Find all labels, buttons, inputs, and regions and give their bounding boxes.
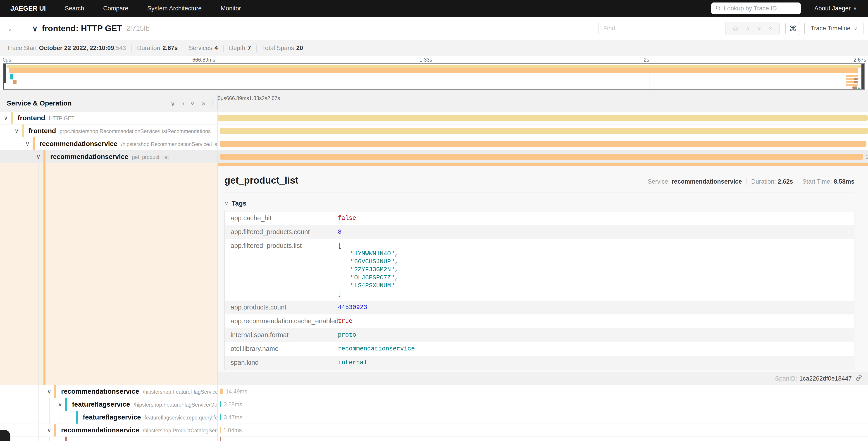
summary-value-fraction: .543 [114, 45, 126, 52]
keyboard-shortcuts-button[interactable]: ⌘ [785, 22, 800, 35]
ruler-tick: 0μs [218, 95, 226, 101]
span-row-name-cell[interactable] [0, 437, 218, 441]
nav-item-monitor[interactable]: Monitor [221, 5, 241, 12]
tag-row[interactable]: app.filtered_products.list["1YMWWN1N4O",… [225, 239, 854, 301]
tag-row[interactable]: app.products.count44530923 [225, 301, 854, 315]
expand-all-icon[interactable]: » [202, 99, 206, 107]
tag-row[interactable]: otel.library.namerecommendationservice [225, 342, 854, 356]
tag-row[interactable]: app.cache_hitfalse [225, 211, 854, 225]
column-resize-handle[interactable]: ‖ [211, 100, 214, 107]
minimap-span-bar [854, 78, 857, 80]
span-duration-bar[interactable] [220, 414, 221, 420]
expand-one-icon[interactable]: › [182, 99, 184, 107]
span-duration-label: 1.04ms [223, 427, 242, 434]
duration-label: Duration: [751, 178, 776, 185]
chevron-down-icon[interactable]: ∨ [36, 153, 40, 160]
back-button[interactable]: ← [0, 17, 24, 40]
span-row-timeline-cell[interactable] [218, 437, 868, 441]
about-jaeger-menu[interactable]: About Jaeger ∨ [814, 5, 857, 12]
span-operation-name: /hipstershop.RecommendationService/Lis..… [121, 141, 218, 147]
span-row-name-cell[interactable]: ∨recommendationservice/hipstershop.Produ… [0, 424, 218, 437]
nav-item-compare[interactable]: Compare [103, 5, 128, 12]
span-id-strip: SpanID: 1ca2262df0e18447 [218, 373, 868, 385]
focus-match-icon[interactable]: ◎ [733, 25, 738, 32]
span-row-name-cell[interactable]: ∨frontendgrpc.hipstershop.Recommendation… [0, 124, 218, 137]
span-duration-bar[interactable] [220, 154, 863, 159]
span-row-timeline-cell[interactable]: 3.47ms [218, 411, 868, 423]
prev-match-icon[interactable]: ∧ [745, 25, 750, 32]
span-row[interactable]: ∨recommendationserviceget_product_list2.… [0, 150, 868, 163]
app-logo[interactable]: JAEGER UI [10, 5, 46, 12]
span-duration-bar[interactable] [220, 437, 221, 441]
find-controls: ◎ ∧ ∨ × [725, 22, 779, 35]
tag-key: app.filtered_products.count [225, 228, 338, 236]
deep-link-icon[interactable] [854, 375, 862, 383]
span-row-timeline-cell[interactable]: 2.6 [218, 150, 868, 163]
span-row-timeline-cell[interactable]: 3.68ms [218, 398, 868, 411]
summary-label: Duration [137, 45, 160, 52]
trace-view-selector[interactable]: Trace Timeline ∨ [804, 22, 864, 35]
span-row[interactable]: ∨frontendgrpc.hipstershop.Recommendation… [0, 124, 868, 137]
minimap-ruler: 0μs666.89ms1.33s2s2.67s [0, 56, 868, 63]
service-color-bar [11, 112, 13, 124]
span-duration-bar[interactable] [218, 115, 868, 121]
span-operation-name: HTTP GET [49, 115, 74, 121]
span-row-name-cell[interactable]: ∨recommendationservice/hipstershop.Recom… [0, 138, 218, 150]
span-service-name: frontend [29, 127, 56, 135]
chevron-down-icon[interactable]: ∨ [14, 127, 19, 135]
span-duration-bar[interactable] [220, 401, 221, 407]
tags-section-toggle[interactable]: ∨ Tags [224, 200, 855, 207]
trace-id-search[interactable]: Lookup by Trace ID... [711, 2, 801, 14]
collapse-one-icon[interactable]: ∨ [170, 99, 175, 107]
span-row[interactable]: ∨recommendationservice/hipstershop.Produ… [0, 423, 868, 437]
next-match-icon[interactable]: ∨ [757, 25, 762, 32]
chevron-down-icon[interactable]: ∨ [25, 140, 30, 147]
tag-row[interactable]: span.kindinternal [225, 356, 854, 370]
tag-row[interactable]: internal.span.formatproto [225, 328, 854, 342]
span-row[interactable]: featureflagservicefeatureflagservice.rep… [0, 411, 868, 423]
span-row-name-cell[interactable]: ∨recommendationservice/hipstershop.Featu… [0, 385, 218, 398]
tag-value: true [338, 317, 352, 325]
span-duration-bar[interactable] [220, 128, 868, 134]
nav-item-search[interactable]: Search [65, 5, 84, 12]
chevron-down-icon[interactable]: ∨ [58, 401, 62, 408]
span-row-name-cell[interactable]: featureflagservicefeatureflagservice.rep… [0, 411, 218, 423]
span-duration-bar[interactable] [220, 388, 223, 394]
span-row-timeline-cell[interactable]: 14.49ms [218, 385, 868, 398]
span-row-timeline-cell[interactable] [218, 112, 868, 124]
span-row[interactable]: ∨frontendHTTP GET [0, 111, 868, 124]
span-row-name-cell[interactable]: ∨recommendationserviceget_product_list [0, 150, 218, 163]
span-id-label: SpanID: [775, 375, 797, 382]
span-row[interactable]: ∨recommendationservice/hipstershop.Recom… [0, 137, 868, 150]
span-row-name-cell[interactable]: ∨featureflagservice/hipstershop.FeatureF… [0, 398, 218, 411]
span-row[interactable] [0, 437, 868, 441]
viewport-left-handle[interactable] [4, 64, 6, 83]
span-duration-bar[interactable] [220, 141, 866, 147]
span-operation-name: /hipstershop.FeatureFlagService/Ge... [134, 402, 218, 408]
chevron-down-icon[interactable]: ∨ [4, 115, 8, 122]
span-row-timeline-cell[interactable]: 1.04ms [218, 424, 868, 437]
nav-item-system-architecture[interactable]: System Architecture [147, 5, 202, 12]
tag-row[interactable]: app.filtered_products.count8 [225, 225, 854, 239]
tag-row[interactable]: app.recommendation.cache_enabledtrue [225, 315, 854, 328]
span-detail-title: get_product_list [224, 175, 299, 186]
find-input[interactable]: Find... [599, 22, 725, 35]
collapse-trace-chevron-icon[interactable]: ∨ [32, 24, 38, 33]
span-detail-row: get_product_list Service: recommendation… [0, 163, 868, 385]
span-row[interactable]: ∨featureflagservice/hipstershop.FeatureF… [0, 398, 868, 411]
chevron-down-icon[interactable]: ∨ [47, 427, 51, 434]
chevron-down-icon[interactable]: ∨ [47, 388, 51, 395]
span-row-timeline-cell[interactable] [218, 124, 868, 137]
trace-summary-bar: Trace StartOctober 22 2022, 22:10:09.543… [0, 40, 868, 56]
service-color-bar [43, 163, 45, 385]
span-row[interactable]: ∨recommendationservice/hipstershop.Featu… [0, 385, 868, 398]
span-duration-bar[interactable] [220, 427, 221, 433]
collapse-all-icon[interactable]: » [189, 101, 197, 105]
trace-minimap[interactable] [3, 63, 865, 90]
span-row-name-cell[interactable]: ∨frontendHTTP GET [0, 112, 218, 124]
indent-guide [38, 437, 39, 441]
ruler-tick: 1.33s [249, 95, 262, 101]
clear-find-icon[interactable]: × [769, 25, 772, 32]
viewport-right-handle[interactable] [862, 64, 864, 89]
span-row-timeline-cell[interactable] [218, 138, 868, 150]
